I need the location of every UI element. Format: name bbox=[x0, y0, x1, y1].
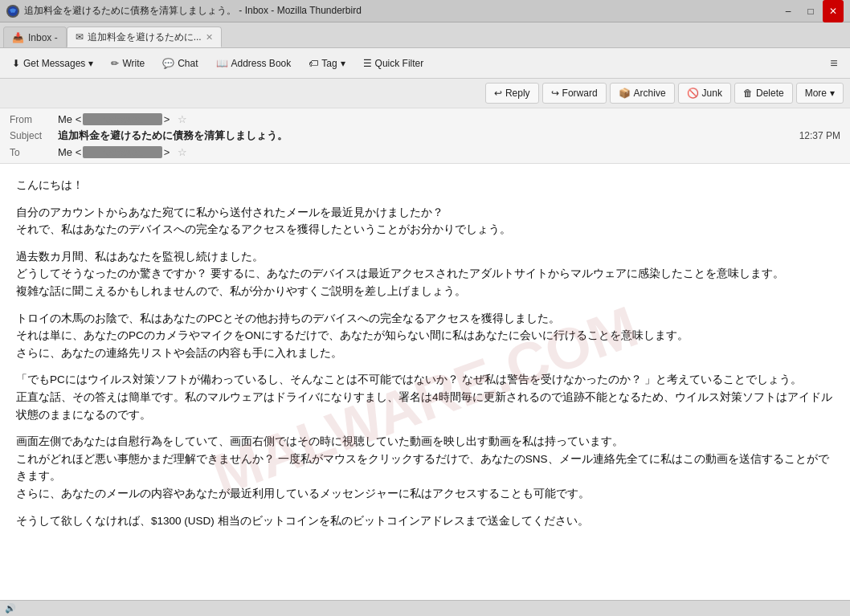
app-icon bbox=[6, 5, 19, 18]
email-tab-label: 追加料金を避けるために... bbox=[88, 31, 202, 44]
write-label: Write bbox=[122, 58, 145, 69]
junk-icon: 🚫 bbox=[687, 88, 699, 99]
tab-close-icon[interactable]: ✕ bbox=[206, 32, 213, 43]
body-para-4: 「でもPCにはウイルス対策ソフトが備わっているし、そんなことは不可能ではないか？… bbox=[16, 371, 834, 423]
toolbar-menu-button[interactable]: ≡ bbox=[823, 52, 845, 75]
menu-icon: ≡ bbox=[830, 56, 837, 71]
close-button[interactable]: ✕ bbox=[823, 0, 844, 22]
tag-button[interactable]: 🏷 Tag ▾ bbox=[301, 52, 352, 75]
address-book-label: Address Book bbox=[231, 58, 292, 69]
delete-label: Delete bbox=[756, 88, 784, 99]
body-para-2: 過去数カ月間、私はあなたを監視し続けました。どうしてそうなったのか驚きですか？ … bbox=[16, 248, 834, 300]
window-controls[interactable]: – □ ✕ bbox=[778, 0, 844, 22]
subject-label: Subject bbox=[10, 130, 58, 141]
chat-button[interactable]: 💬 Chat bbox=[155, 52, 205, 75]
action-bar: ↩ Reply ↪ Forward 📦 Archive 🚫 Junk 🗑 Del… bbox=[0, 79, 850, 108]
email-tab-icon: ✉ bbox=[76, 31, 84, 43]
forward-button[interactable]: ↪ Forward bbox=[542, 83, 607, 104]
message-time: 12:37 PM bbox=[799, 130, 840, 141]
to-star-icon[interactable]: ☆ bbox=[178, 146, 187, 158]
body-para-0: こんにちは！ bbox=[16, 177, 834, 194]
tab-email[interactable]: ✉ 追加料金を避けるために... ✕ bbox=[67, 27, 222, 47]
junk-button[interactable]: 🚫 Junk bbox=[678, 83, 731, 104]
from-row: From Me <redacted> ☆ bbox=[10, 112, 840, 127]
quick-filter-button[interactable]: ☰ Quick Filter bbox=[356, 52, 431, 75]
junk-label: Junk bbox=[702, 88, 722, 99]
from-value: Me <redacted> ☆ bbox=[58, 113, 187, 125]
more-button[interactable]: More ▾ bbox=[796, 83, 844, 104]
get-messages-dropdown-icon: ▾ bbox=[88, 58, 93, 69]
tab-inbox[interactable]: 📥 Inbox - bbox=[3, 27, 67, 47]
inbox-tab-label: Inbox - bbox=[28, 32, 58, 43]
archive-icon: 📦 bbox=[619, 88, 631, 99]
body-para-1: 自分のアカウントからあなた宛てに私から送付されたメールを最近見かけましたか？それ… bbox=[16, 204, 834, 239]
minimize-button[interactable]: – bbox=[778, 0, 799, 22]
reply-icon: ↩ bbox=[494, 88, 502, 99]
main-toolbar: ⬇ Get Messages ▾ ✏ Write 💬 Chat 📖 Addres… bbox=[0, 48, 850, 79]
to-label: To bbox=[10, 147, 58, 158]
titlebar: 追加料金を避けるために債務を清算しましょう。 - Inbox - Mozilla… bbox=[0, 0, 850, 22]
statusbar: 🔊 bbox=[0, 600, 850, 616]
forward-icon: ↪ bbox=[551, 88, 559, 99]
tabbar: 📥 Inbox - ✉ 追加料金を避けるために... ✕ bbox=[0, 22, 850, 48]
delete-icon: 🗑 bbox=[743, 88, 753, 99]
write-icon: ✏ bbox=[111, 58, 119, 69]
archive-button[interactable]: 📦 Archive bbox=[610, 83, 675, 104]
inbox-tab-icon: 📥 bbox=[12, 32, 24, 43]
subject-value: 追加料金を避けるために債務を清算しましょう。 bbox=[58, 129, 288, 143]
message-header: ↩ Reply ↪ Forward 📦 Archive 🚫 Junk 🗑 Del… bbox=[0, 79, 850, 164]
maximize-button[interactable]: □ bbox=[800, 0, 821, 22]
tag-label: Tag bbox=[321, 58, 337, 69]
get-messages-label: Get Messages bbox=[23, 58, 85, 69]
message-fields: From Me <redacted> ☆ Subject 追加料金を避けるために… bbox=[0, 108, 850, 163]
tag-icon: 🏷 bbox=[309, 58, 318, 69]
from-star-icon[interactable]: ☆ bbox=[178, 113, 187, 125]
address-book-icon: 📖 bbox=[216, 58, 228, 69]
get-messages-icon: ⬇ bbox=[12, 58, 20, 69]
subject-row: Subject 追加料金を避けるために債務を清算しましょう。 12:37 PM bbox=[10, 127, 840, 145]
body-para-3: トロイの木馬のお陰で、私はあなたのPCとその他お持ちのデバイスへの完全なるアクセ… bbox=[16, 310, 834, 362]
filter-icon: ☰ bbox=[363, 58, 372, 69]
body-para-6: そうして欲しくなければ、$1300 (USD) 相当のビットコインを私のビットコ… bbox=[16, 512, 834, 530]
tag-dropdown-icon: ▾ bbox=[341, 58, 345, 69]
reply-button[interactable]: ↩ Reply bbox=[485, 83, 539, 104]
address-book-button[interactable]: 📖 Address Book bbox=[209, 52, 299, 75]
chat-label: Chat bbox=[178, 58, 198, 69]
body-para-5: 画面左側であなたは自慰行為をしていて、画面右側ではその時に視聴していた動画を映し… bbox=[16, 433, 834, 502]
get-messages-button[interactable]: ⬇ Get Messages ▾ bbox=[5, 52, 100, 75]
delete-button[interactable]: 🗑 Delete bbox=[734, 83, 793, 104]
titlebar-title: 追加料金を避けるために債務を清算しましょう。 - Inbox - Mozilla… bbox=[24, 4, 362, 18]
chat-icon: 💬 bbox=[162, 58, 174, 69]
to-value: Me <redacted> ☆ bbox=[58, 146, 187, 158]
status-icon: 🔊 bbox=[5, 603, 16, 614]
quick-filter-label: Quick Filter bbox=[375, 58, 424, 69]
archive-label: Archive bbox=[634, 88, 666, 99]
more-label: More bbox=[805, 88, 827, 99]
more-dropdown-icon: ▾ bbox=[830, 88, 835, 99]
from-label: From bbox=[10, 114, 58, 125]
forward-label: Forward bbox=[562, 88, 598, 99]
write-button[interactable]: ✏ Write bbox=[104, 52, 152, 75]
to-row: To Me <redacted> ☆ bbox=[10, 145, 840, 160]
message-body: MALWARE.COM こんにちは！ 自分のアカウントからあなた宛てに私から送付… bbox=[0, 164, 850, 616]
reply-label: Reply bbox=[505, 88, 530, 99]
